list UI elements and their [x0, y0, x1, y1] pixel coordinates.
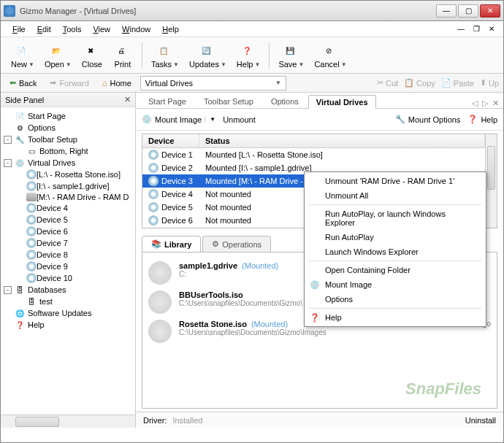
app-icon: [4, 5, 15, 17]
menu-item[interactable]: Options: [306, 292, 484, 307]
tree-node[interactable]: -🗄Databases: [2, 284, 134, 296]
tree-node[interactable]: ⚙Options: [2, 122, 134, 134]
tree-node[interactable]: [L:\ - Rosetta Stone.iso]: [2, 169, 134, 180]
device-cell: Device 5: [161, 203, 193, 212]
separator: [309, 261, 481, 261]
tree-node[interactable]: Device 5: [2, 214, 134, 226]
side-scrollbar[interactable]: [1, 415, 135, 428]
minimize-button[interactable]: —: [436, 4, 457, 18]
tree-node[interactable]: Device 6: [2, 226, 134, 237]
up-button[interactable]: ⬆Up: [480, 78, 499, 88]
tab-options[interactable]: Options: [263, 94, 307, 108]
tree-label: Help: [28, 320, 45, 329]
tab-start-page[interactable]: Start Page: [140, 94, 194, 108]
menu-view[interactable]: View: [87, 23, 116, 35]
mounted-badge: (Mounted): [242, 261, 278, 270]
tab-operations[interactable]: ⚙Operations: [202, 236, 271, 252]
copy-button[interactable]: 📋Copy: [404, 78, 435, 88]
mounted-badge: (Mounted): [251, 320, 288, 328]
menu-edit[interactable]: Edit: [31, 23, 57, 35]
separator: [142, 42, 142, 69]
updates-button[interactable]: 🔄Updates▼: [185, 40, 231, 70]
tree-node[interactable]: ▭Bottom, Right: [2, 145, 134, 157]
menu-help[interactable]: Help: [156, 23, 185, 35]
tree-node[interactable]: Device 9: [2, 261, 134, 272]
scrollbar-thumb[interactable]: [15, 417, 59, 427]
tab-library[interactable]: 📚Library: [142, 236, 201, 252]
tree-node[interactable]: 🌐Software Updates: [2, 307, 134, 319]
tree-label: Virtual Drives: [28, 158, 75, 167]
tree-label: Start Page: [28, 112, 66, 120]
disc-icon: [148, 320, 172, 343]
paste-button[interactable]: 📄Paste: [441, 78, 474, 88]
save-button[interactable]: 💾Save▼: [274, 40, 308, 70]
menu-file[interactable]: File: [7, 23, 31, 35]
uninstall-link[interactable]: Uninstall: [465, 416, 496, 425]
tasks-button[interactable]: 📋Tasks▼: [147, 40, 183, 70]
tree-node[interactable]: [M:\ - RAM Drive - RAM D: [2, 192, 134, 202]
device-cell: Device 1: [161, 150, 193, 159]
close-button[interactable]: ✖Close: [77, 40, 107, 70]
tree-label: [M:\ - RAM Drive - RAM D: [37, 193, 129, 201]
tree-node[interactable]: Device 10: [2, 272, 134, 284]
new-button[interactable]: 📄New▼: [7, 40, 39, 70]
tree-node[interactable]: Device 4: [2, 202, 134, 214]
toolbar: 📄New▼📂Open▼✖Close🖨Print📋Tasks▼🔄Updates▼❓…: [1, 37, 503, 74]
tree-node[interactable]: [I:\ - sample1.gdrive]: [2, 180, 134, 192]
tree-toggle[interactable]: -: [4, 286, 12, 294]
device-cell: Device 4: [161, 190, 193, 199]
menu-item[interactable]: Open Containing Folder: [306, 263, 484, 277]
mdi-restore[interactable]: ❐: [470, 25, 483, 33]
tab-toolbar-setup[interactable]: Toolbar Setup: [196, 94, 261, 108]
tree-node[interactable]: Device 8: [2, 249, 134, 261]
tab-virtual-drives[interactable]: Virtual Drives: [308, 95, 376, 109]
forward-button[interactable]: ➡Forward: [45, 77, 93, 89]
table-row[interactable]: Device 1Mounted [L:\ - Rosetta Stone.iso…: [142, 148, 485, 161]
tree-view[interactable]: 📄Start Page⚙Options-🔧Toolbar Setup▭Botto…: [1, 107, 135, 415]
mdi-close[interactable]: ✕: [486, 25, 497, 33]
cut-button[interactable]: ✂Cut: [377, 78, 398, 88]
side-panel: Side Panel ✕ 📄Start Page⚙Options-🔧Toolba…: [1, 93, 136, 428]
address-combo[interactable]: Virtual Drives ▼: [140, 76, 286, 90]
mdi-minimize[interactable]: —: [454, 25, 467, 33]
menu-item[interactable]: Launch Windows Explorer: [306, 244, 484, 259]
tree-node[interactable]: Device 7: [2, 237, 134, 249]
menu-item[interactable]: 💿Mount Image: [306, 277, 484, 292]
menu-item[interactable]: Unmount 'RAM Drive - RAM Drive 1': [306, 174, 484, 188]
tree-toggle[interactable]: -: [4, 136, 12, 144]
tree-label: Bottom, Right: [39, 147, 88, 155]
tree-node[interactable]: -🔧Toolbar Setup: [2, 134, 134, 145]
cancel-button[interactable]: ⊘Cancel▼: [310, 40, 351, 70]
side-panel-close[interactable]: ✕: [124, 95, 131, 104]
tab-close[interactable]: ✕: [492, 99, 499, 108]
grid-scrollbar[interactable]: [485, 134, 497, 228]
mount-options-button[interactable]: 🔧Mount Options: [395, 115, 461, 124]
help-button[interactable]: ❓Help▼: [232, 40, 265, 70]
tree-node[interactable]: ❓Help: [2, 319, 134, 331]
print-button[interactable]: 🖨Print: [108, 40, 137, 70]
open-button[interactable]: 📂Open▼: [40, 40, 76, 70]
tree-toggle[interactable]: -: [4, 159, 12, 167]
tab-prev[interactable]: ◁: [472, 99, 478, 108]
tree-node[interactable]: -💿Virtual Drives: [2, 157, 134, 169]
chevron-down-icon[interactable]: ▼: [205, 116, 215, 123]
scrollbar-thumb[interactable]: [487, 146, 495, 190]
maximize-button[interactable]: ▢: [458, 4, 478, 18]
tree-node[interactable]: 🗄test: [2, 296, 134, 307]
menu-item[interactable]: Unmount All: [306, 188, 484, 203]
mount-image-button[interactable]: 💿Mount Image▼: [142, 115, 215, 124]
menu-item[interactable]: Run AutoPlay, or launch Windows Explorer: [306, 207, 484, 230]
unmount-button[interactable]: Unmount: [223, 115, 256, 124]
back-button[interactable]: ⬅Back: [5, 77, 41, 89]
help-button[interactable]: ❓Help: [467, 115, 497, 124]
column-header-device[interactable]: Device: [142, 134, 199, 147]
close-button[interactable]: ✕: [480, 4, 500, 18]
menu-item[interactable]: ❓Help: [306, 310, 484, 325]
menu-item[interactable]: Run AutoPlay: [306, 230, 484, 244]
menu-window[interactable]: Window: [116, 23, 156, 35]
tab-next[interactable]: ▷: [482, 99, 488, 108]
home-button[interactable]: ⌂Home: [98, 77, 136, 89]
column-header-status[interactable]: Status: [199, 134, 485, 147]
menu-tools[interactable]: Tools: [57, 23, 88, 35]
tree-node[interactable]: 📄Start Page: [2, 110, 134, 122]
